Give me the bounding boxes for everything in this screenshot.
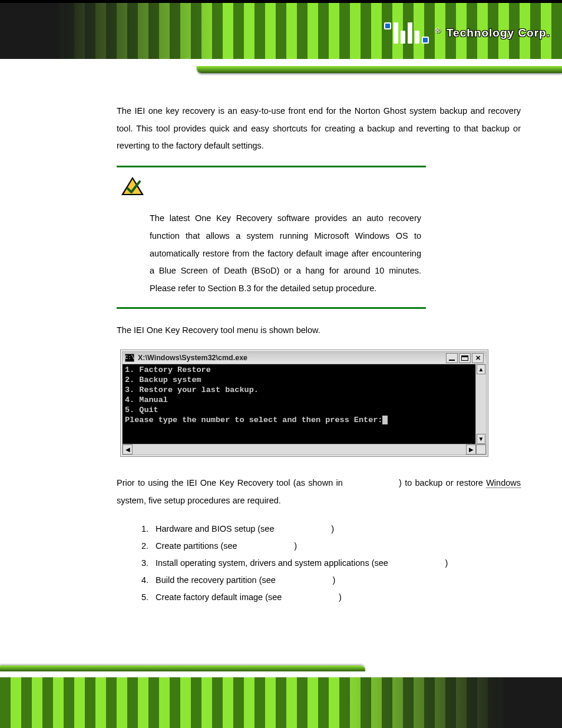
cmd-line-5: 5. Quit — [125, 406, 158, 414]
step-4: Build the recovery partition (see ) — [151, 572, 521, 589]
brand-label: Technology Corp. — [447, 27, 550, 39]
cmd-title: X:\Windows\System32\cmd.exe — [138, 354, 446, 362]
scroll-left-button[interactable]: ◀ — [123, 444, 133, 454]
step-3: Install operating system, drivers and sy… — [151, 555, 521, 572]
intro-paragraph: The IEI one key recovery is an easy-to-u… — [117, 103, 521, 155]
page-content: The IEI one key recovery is an easy-to-u… — [117, 103, 521, 606]
step-3-pre: Install operating system, drivers and sy… — [156, 558, 391, 568]
step-5-gap — [284, 592, 339, 602]
step-1-gap — [277, 524, 332, 533]
prior-mid: ) to backup or restore — [399, 478, 486, 487]
vertical-scrollbar[interactable]: ▲ ▼ — [475, 364, 486, 444]
step-5-pre: Create factory default image (see — [156, 592, 284, 602]
cmd-window: C:\ X:\Windows\System32\cmd.exe 1. Facto… — [120, 350, 488, 457]
step-4-pre: Build the recovery partition (see — [156, 575, 278, 585]
note-icon — [120, 176, 426, 199]
note-text: The latest One Key Recovery software pro… — [150, 210, 421, 298]
header-divider — [0, 61, 562, 65]
page-footer — [0, 676, 562, 728]
step-5: Create factory default image (see ) — [151, 589, 521, 606]
cmd-line-1: 1. Factory Restore — [125, 365, 211, 374]
step-2: Create partitions (see ) — [151, 538, 521, 555]
iei-logo-icon — [384, 22, 429, 44]
step-2-gap — [240, 541, 295, 551]
scroll-up-button[interactable]: ▲ — [477, 364, 485, 374]
cmd-body: 1. Factory Restore 2. Backup system 3. R… — [123, 364, 475, 444]
prior-windows: Windows — [486, 478, 521, 488]
cmd-line-2: 2. Backup system — [125, 375, 201, 384]
close-button[interactable] — [472, 353, 484, 363]
prior-paragraph: Prior to using the IEI One Key Recovery … — [117, 475, 521, 509]
cmd-titlebar: C:\ X:\Windows\System32\cmd.exe — [122, 351, 487, 364]
step-3-post: ) — [445, 558, 448, 568]
header-accent — [197, 66, 562, 73]
prior-ref-gap — [346, 478, 399, 487]
minimize-button[interactable] — [446, 353, 458, 363]
scroll-right-button[interactable]: ▶ — [466, 444, 476, 454]
cmd-line-4: 4. Manual — [125, 396, 168, 404]
cmd-figure: C:\ X:\Windows\System32\cmd.exe 1. Facto… — [117, 350, 521, 457]
prior-post: system, five setup procedures are requir… — [117, 496, 281, 505]
scroll-down-button[interactable]: ▼ — [477, 434, 485, 444]
step-1-pre: Hardware and BIOS setup (see — [156, 524, 277, 533]
page-header: ® Technology Corp. — [0, 0, 562, 60]
brand-logo: ® Technology Corp. — [384, 22, 550, 44]
cmd-cursor — [382, 416, 387, 424]
cmd-line-3: 3. Restore your last backup. — [125, 386, 259, 394]
horizontal-scrollbar[interactable]: ◀ ▶ — [122, 444, 487, 455]
step-3-gap — [391, 558, 445, 568]
step-4-post: ) — [333, 575, 336, 585]
note-box: The latest One Key Recovery software pro… — [117, 166, 426, 309]
resize-grip[interactable] — [476, 444, 486, 454]
setup-steps-list: Hardware and BIOS setup (see ) Create pa… — [151, 521, 521, 606]
step-1-post: ) — [331, 524, 334, 533]
footer-accent — [0, 666, 365, 671]
prior-pre: Prior to using the IEI One Key Recovery … — [117, 478, 346, 487]
step-2-pre: Create partitions (see — [156, 541, 240, 551]
brand-prefix: ® — [435, 26, 441, 35]
after-note-paragraph: The IEI One Key Recovery tool menu is sh… — [117, 322, 521, 340]
step-2-post: ) — [294, 541, 297, 551]
hscroll-track[interactable] — [133, 444, 466, 454]
step-4-gap — [278, 575, 333, 585]
maximize-button[interactable] — [459, 353, 471, 363]
step-5-post: ) — [339, 592, 342, 602]
cmd-icon: C:\ — [125, 354, 134, 362]
cmd-line-6: Please type the number to select and the… — [125, 416, 382, 424]
step-1: Hardware and BIOS setup (see ) — [151, 521, 521, 538]
